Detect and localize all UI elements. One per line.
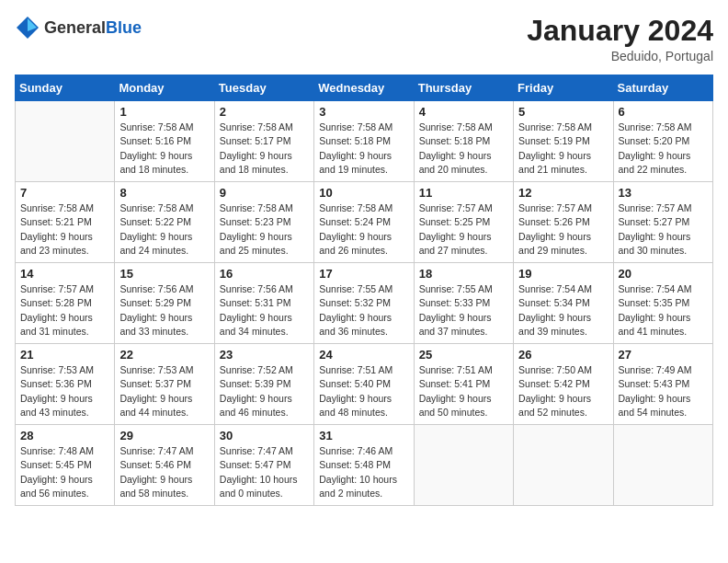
table-row: 1Sunrise: 7:58 AM Sunset: 5:16 PM Daylig… xyxy=(115,101,214,182)
day-number: 16 xyxy=(220,267,309,281)
day-info: Sunrise: 7:58 AM Sunset: 5:20 PM Dayligh… xyxy=(619,121,708,177)
calendar-table: Sunday Monday Tuesday Wednesday Thursday… xyxy=(15,75,713,506)
day-info: Sunrise: 7:58 AM Sunset: 5:19 PM Dayligh… xyxy=(518,121,608,177)
table-row xyxy=(16,101,115,182)
day-info: Sunrise: 7:47 AM Sunset: 5:47 PM Dayligh… xyxy=(220,444,309,500)
day-number: 19 xyxy=(518,267,608,281)
day-info: Sunrise: 7:56 AM Sunset: 5:31 PM Dayligh… xyxy=(220,282,309,339)
logo: GeneralBlue xyxy=(15,15,142,40)
day-number: 18 xyxy=(419,267,508,281)
day-info: Sunrise: 7:58 AM Sunset: 5:21 PM Dayligh… xyxy=(20,201,109,258)
page-header: GeneralBlue January 2024 Beduido, Portug… xyxy=(15,15,713,63)
day-info: Sunrise: 7:57 AM Sunset: 5:25 PM Dayligh… xyxy=(419,201,508,258)
logo-blue: Blue xyxy=(106,18,142,37)
day-number: 10 xyxy=(319,186,408,200)
table-row: 3Sunrise: 7:58 AM Sunset: 5:18 PM Daylig… xyxy=(314,101,414,182)
table-row: 17Sunrise: 7:55 AM Sunset: 5:32 PM Dayli… xyxy=(314,263,414,344)
table-row: 16Sunrise: 7:56 AM Sunset: 5:31 PM Dayli… xyxy=(214,263,313,344)
table-row: 23Sunrise: 7:52 AM Sunset: 5:39 PM Dayli… xyxy=(214,344,313,425)
table-row: 7Sunrise: 7:58 AM Sunset: 5:21 PM Daylig… xyxy=(16,182,115,263)
table-row: 10Sunrise: 7:58 AM Sunset: 5:24 PM Dayli… xyxy=(314,182,414,263)
day-info: Sunrise: 7:57 AM Sunset: 5:26 PM Dayligh… xyxy=(518,201,608,258)
location: Beduido, Portugal xyxy=(527,49,713,63)
day-info: Sunrise: 7:58 AM Sunset: 5:22 PM Dayligh… xyxy=(119,201,209,258)
col-wednesday: Wednesday xyxy=(314,75,414,101)
table-row: 27Sunrise: 7:49 AM Sunset: 5:43 PM Dayli… xyxy=(613,344,712,425)
day-number: 24 xyxy=(319,348,408,362)
day-info: Sunrise: 7:53 AM Sunset: 5:36 PM Dayligh… xyxy=(20,363,109,419)
table-row: 29Sunrise: 7:47 AM Sunset: 5:46 PM Dayli… xyxy=(115,425,214,506)
day-number: 17 xyxy=(319,267,408,281)
table-row: 12Sunrise: 7:57 AM Sunset: 5:26 PM Dayli… xyxy=(514,182,613,263)
day-number: 14 xyxy=(20,267,109,281)
day-info: Sunrise: 7:55 AM Sunset: 5:33 PM Dayligh… xyxy=(419,282,508,339)
table-row: 25Sunrise: 7:51 AM Sunset: 5:41 PM Dayli… xyxy=(414,344,513,425)
day-info: Sunrise: 7:58 AM Sunset: 5:18 PM Dayligh… xyxy=(319,121,408,177)
calendar-week-row: 21Sunrise: 7:53 AM Sunset: 5:36 PM Dayli… xyxy=(16,344,713,425)
table-row: 21Sunrise: 7:53 AM Sunset: 5:36 PM Dayli… xyxy=(16,344,115,425)
day-number: 3 xyxy=(319,105,408,119)
day-number: 31 xyxy=(319,429,408,442)
month-title: January 2024 xyxy=(527,15,713,47)
title-area: January 2024 Beduido, Portugal xyxy=(527,15,713,63)
calendar-week-row: 28Sunrise: 7:48 AM Sunset: 5:45 PM Dayli… xyxy=(16,425,713,506)
day-number: 12 xyxy=(518,186,608,200)
day-info: Sunrise: 7:54 AM Sunset: 5:34 PM Dayligh… xyxy=(518,282,608,339)
table-row: 18Sunrise: 7:55 AM Sunset: 5:33 PM Dayli… xyxy=(414,263,513,344)
calendar-week-row: 14Sunrise: 7:57 AM Sunset: 5:28 PM Dayli… xyxy=(16,263,713,344)
table-row: 19Sunrise: 7:54 AM Sunset: 5:34 PM Dayli… xyxy=(514,263,613,344)
day-info: Sunrise: 7:54 AM Sunset: 5:35 PM Dayligh… xyxy=(619,282,708,339)
day-number: 29 xyxy=(119,429,209,442)
table-row: 15Sunrise: 7:56 AM Sunset: 5:29 PM Dayli… xyxy=(115,263,214,344)
day-info: Sunrise: 7:55 AM Sunset: 5:32 PM Dayligh… xyxy=(319,282,408,339)
day-number: 21 xyxy=(20,348,109,362)
table-row: 13Sunrise: 7:57 AM Sunset: 5:27 PM Dayli… xyxy=(613,182,712,263)
day-number: 8 xyxy=(119,186,209,200)
day-number: 2 xyxy=(220,105,309,119)
day-info: Sunrise: 7:58 AM Sunset: 5:16 PM Dayligh… xyxy=(119,121,209,177)
day-info: Sunrise: 7:58 AM Sunset: 5:24 PM Dayligh… xyxy=(319,201,408,258)
day-number: 28 xyxy=(20,429,109,442)
calendar-week-row: 7Sunrise: 7:58 AM Sunset: 5:21 PM Daylig… xyxy=(16,182,713,263)
day-number: 26 xyxy=(518,348,608,362)
table-row xyxy=(613,425,712,506)
logo-general: General xyxy=(44,18,106,37)
col-sunday: Sunday xyxy=(16,75,115,101)
table-row: 24Sunrise: 7:51 AM Sunset: 5:40 PM Dayli… xyxy=(314,344,414,425)
day-number: 6 xyxy=(619,105,708,119)
table-row: 14Sunrise: 7:57 AM Sunset: 5:28 PM Dayli… xyxy=(16,263,115,344)
day-info: Sunrise: 7:48 AM Sunset: 5:45 PM Dayligh… xyxy=(20,444,109,500)
day-number: 22 xyxy=(119,348,209,362)
day-info: Sunrise: 7:46 AM Sunset: 5:48 PM Dayligh… xyxy=(319,444,408,500)
table-row: 5Sunrise: 7:58 AM Sunset: 5:19 PM Daylig… xyxy=(514,101,613,182)
day-info: Sunrise: 7:58 AM Sunset: 5:23 PM Dayligh… xyxy=(220,201,309,258)
logo-icon xyxy=(15,15,40,40)
day-number: 27 xyxy=(619,348,708,362)
table-row: 9Sunrise: 7:58 AM Sunset: 5:23 PM Daylig… xyxy=(214,182,313,263)
day-info: Sunrise: 7:57 AM Sunset: 5:28 PM Dayligh… xyxy=(20,282,109,339)
day-info: Sunrise: 7:52 AM Sunset: 5:39 PM Dayligh… xyxy=(220,363,309,419)
day-number: 20 xyxy=(619,267,708,281)
table-row xyxy=(414,425,513,506)
day-number: 9 xyxy=(220,186,309,200)
col-thursday: Thursday xyxy=(414,75,513,101)
day-number: 4 xyxy=(419,105,508,119)
day-info: Sunrise: 7:49 AM Sunset: 5:43 PM Dayligh… xyxy=(619,363,708,419)
day-info: Sunrise: 7:53 AM Sunset: 5:37 PM Dayligh… xyxy=(119,363,209,419)
calendar-week-row: 1Sunrise: 7:58 AM Sunset: 5:16 PM Daylig… xyxy=(16,101,713,182)
day-number: 30 xyxy=(220,429,309,442)
table-row: 20Sunrise: 7:54 AM Sunset: 5:35 PM Dayli… xyxy=(613,263,712,344)
table-row: 28Sunrise: 7:48 AM Sunset: 5:45 PM Dayli… xyxy=(16,425,115,506)
table-row: 31Sunrise: 7:46 AM Sunset: 5:48 PM Dayli… xyxy=(314,425,414,506)
calendar-header-row: Sunday Monday Tuesday Wednesday Thursday… xyxy=(16,75,713,101)
day-info: Sunrise: 7:57 AM Sunset: 5:27 PM Dayligh… xyxy=(619,201,708,258)
day-info: Sunrise: 7:50 AM Sunset: 5:42 PM Dayligh… xyxy=(518,363,608,419)
table-row: 30Sunrise: 7:47 AM Sunset: 5:47 PM Dayli… xyxy=(214,425,313,506)
col-tuesday: Tuesday xyxy=(214,75,313,101)
day-number: 23 xyxy=(220,348,309,362)
col-monday: Monday xyxy=(115,75,214,101)
col-friday: Friday xyxy=(514,75,613,101)
table-row: 2Sunrise: 7:58 AM Sunset: 5:17 PM Daylig… xyxy=(214,101,313,182)
table-row: 6Sunrise: 7:58 AM Sunset: 5:20 PM Daylig… xyxy=(613,101,712,182)
col-saturday: Saturday xyxy=(613,75,712,101)
